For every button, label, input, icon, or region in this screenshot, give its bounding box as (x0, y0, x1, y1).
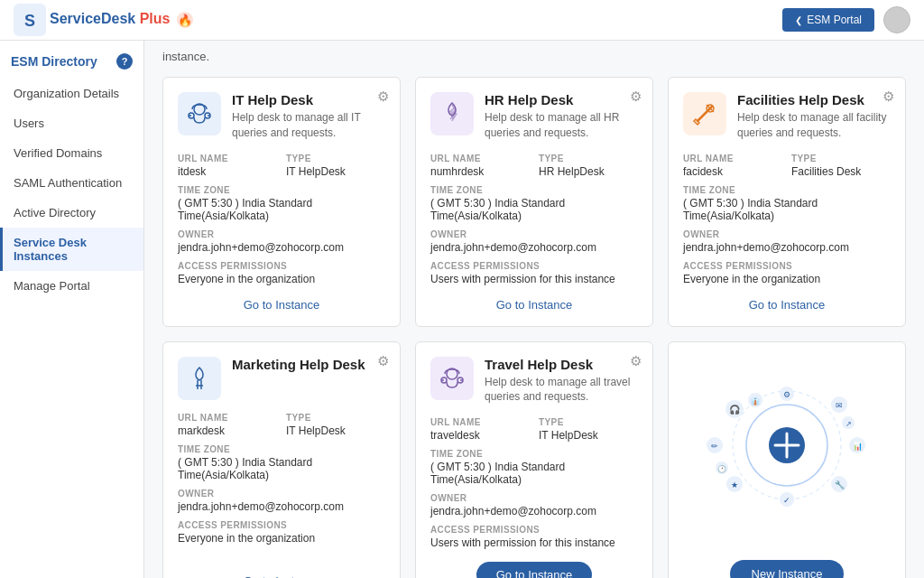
field-url-it: URL NAME itdesk (178, 154, 277, 178)
field-type-facilities: TYPE Facilities Desk (791, 154, 891, 178)
svg-text:🔥: 🔥 (178, 13, 193, 28)
card-title-area-facilities: Facilities Help Desk Help desk to manage… (737, 92, 891, 141)
card-fields-marketing: URL NAME markdesk TYPE IT HelpDesk TIME … (178, 413, 385, 545)
card-subtitle-facilities: Help desk to manage all facility queries… (737, 110, 891, 141)
sidebar-item-verified-domains[interactable]: Verified Domains (0, 138, 143, 168)
goto-link-hr[interactable]: Go to Instance (496, 298, 573, 312)
card-facilities-helpdesk: ⚙ Facilities Help Desk Help desk to mana… (668, 77, 906, 327)
card-icon-hr (430, 92, 474, 135)
card-header-travel: Travel Help Desk Help desk to manage all… (430, 357, 638, 406)
card-fields-hr: URL NAME numhrdesk TYPE HR HelpDesk TIME… (430, 154, 638, 285)
sidebar-item-manage-portal[interactable]: Manage Portal (0, 271, 143, 301)
field-owner-facilities: OWNER jendra.john+demo@zohocorp.com (683, 229, 891, 254)
svg-text:🕐: 🕐 (717, 464, 726, 473)
card-title-marketing: Marketing Help Desk (232, 357, 385, 372)
field-tz-marketing: TIME ZONE ( GMT 5:30 ) India Standard Ti… (178, 444, 385, 481)
main-layout: ESM Directory ? Organization Details Use… (0, 41, 924, 578)
card-title-area-hr: HR Help Desk Help desk to manage all HR … (485, 92, 638, 141)
card-icon-marketing (178, 357, 221, 400)
gear-button-marketing[interactable]: ⚙ (377, 353, 389, 369)
svg-text:✏: ✏ (711, 442, 718, 451)
logo-icon: S (14, 4, 46, 36)
goto-link-marketing[interactable]: Go to Instance (244, 574, 320, 578)
svg-text:🎧: 🎧 (729, 404, 741, 415)
field-access-travel: ACCESS PERMISSIONS Users with permission… (430, 525, 638, 549)
logo-text: ServiceDesk Plus 🔥 (50, 11, 194, 29)
sidebar-header: ESM Directory ? (0, 41, 143, 79)
card-fields-facilities: URL NAME facidesk TYPE Facilities Desk T… (683, 154, 891, 285)
svg-text:✉: ✉ (836, 401, 843, 410)
field-owner-marketing: OWNER jendra.john+demo@zohocorp.com (178, 489, 385, 513)
card-icon-travel (430, 357, 474, 400)
card-title-area-marketing: Marketing Help Desk (232, 357, 385, 375)
card-title-hr: HR Help Desk (485, 92, 638, 107)
card-header-it: IT Help Desk Help desk to manage all IT … (178, 92, 385, 141)
field-type-travel: TYPE IT HelpDesk (539, 417, 638, 442)
help-icon[interactable]: ? (116, 53, 133, 70)
card-footer-it: Go to Instance (178, 298, 385, 312)
card-title-facilities: Facilities Help Desk (737, 92, 891, 107)
card-icon-it (178, 92, 221, 135)
card-title-it: IT Help Desk (232, 92, 385, 107)
instance-note: instance. (162, 41, 906, 77)
card-fields-it: URL NAME itdesk TYPE IT HelpDesk TIME ZO… (178, 154, 385, 285)
card-header-facilities: Facilities Help Desk Help desk to manage… (683, 92, 891, 141)
sidebar-item-active-directory[interactable]: Active Directory (0, 198, 143, 228)
field-type-hr: TYPE HR HelpDesk (539, 154, 638, 178)
gear-button-hr[interactable]: ⚙ (630, 89, 642, 105)
field-owner-travel: OWNER jendra.john+demo@zohocorp.com (430, 493, 638, 517)
new-instance-button[interactable]: New Instance (730, 560, 845, 578)
card-title-area-it: IT Help Desk Help desk to manage all IT … (232, 92, 385, 141)
card-footer-hr: Go to Instance (430, 298, 638, 312)
app-logo: S ServiceDesk Plus 🔥 (14, 4, 194, 36)
gear-button-it[interactable]: ⚙ (377, 89, 389, 105)
card-icon-facilities (683, 92, 726, 135)
svg-text:↗: ↗ (845, 420, 852, 428)
field-tz-it: TIME ZONE ( GMT 5:30 ) India Standard Ti… (178, 185, 385, 222)
card-footer-marketing: Go to Instance (178, 574, 385, 578)
goto-link-it[interactable]: Go to Instance (244, 298, 320, 312)
card-marketing-helpdesk: ⚙ Marketing Help Desk (162, 341, 401, 578)
field-tz-facilities: TIME ZONE ( GMT 5:30 ) India Standard Ti… (683, 185, 891, 222)
svg-text:⚙: ⚙ (783, 390, 790, 399)
svg-text:✓: ✓ (783, 496, 790, 505)
app-header: S ServiceDesk Plus 🔥 ESM Portal (0, 0, 924, 41)
avatar[interactable] (883, 6, 910, 33)
field-tz-hr: TIME ZONE ( GMT 5:30 ) India Standard Ti… (430, 185, 638, 222)
card-fields-travel: URL NAME traveldesk TYPE IT HelpDesk TIM… (430, 417, 638, 549)
card-it-helpdesk: ⚙ IT Help Desk (162, 77, 401, 327)
sidebar-item-saml-auth[interactable]: SAML Authentication (0, 168, 143, 198)
field-tz-travel: TIME ZONE ( GMT 5:30 ) India Standard Ti… (430, 449, 638, 486)
sidebar-item-service-desk-instances[interactable]: Service Desk Instances (0, 228, 143, 271)
gear-button-travel[interactable]: ⚙ (630, 353, 642, 369)
sidebar-title: ESM Directory (11, 54, 97, 69)
field-url-marketing: URL NAME markdesk (178, 413, 277, 437)
new-instance-illustration: 🎧 ⚙ ✉ 📊 🔧 (669, 342, 905, 558)
sidebar-item-org-details[interactable]: Organization Details (0, 79, 143, 108)
card-title-travel: Travel Help Desk (485, 357, 638, 372)
field-owner-it: OWNER jendra.john+demo@zohocorp.com (178, 229, 385, 254)
field-access-it: ACCESS PERMISSIONS Everyone in the organ… (178, 261, 385, 285)
field-access-hr: ACCESS PERMISSIONS Users with permission… (430, 261, 638, 285)
svg-text:S: S (24, 12, 35, 30)
instances-grid: ⚙ IT Help Desk (162, 77, 906, 578)
svg-text:👔: 👔 (751, 396, 760, 406)
field-access-facilities: ACCESS PERMISSIONS Everyone in the organ… (683, 261, 891, 285)
card-header-marketing: Marketing Help Desk (178, 357, 385, 400)
goto-link-facilities[interactable]: Go to Instance (749, 298, 826, 312)
field-url-hr: URL NAME numhrdesk (430, 154, 530, 178)
new-instance-svg: 🎧 ⚙ ✉ 📊 🔧 (688, 378, 886, 522)
new-instance-card: 🎧 ⚙ ✉ 📊 🔧 (668, 341, 906, 578)
goto-button-travel[interactable]: Go to Instance (476, 562, 593, 578)
esm-portal-button[interactable]: ESM Portal (782, 8, 874, 32)
field-url-facilities: URL NAME facidesk (683, 154, 782, 178)
card-footer-travel: Go to Instance (430, 562, 638, 578)
card-footer-facilities: Go to Instance (683, 298, 891, 312)
svg-text:★: ★ (731, 480, 738, 489)
gear-button-facilities[interactable]: ⚙ (882, 89, 894, 105)
field-access-marketing: ACCESS PERMISSIONS Everyone in the organ… (178, 520, 385, 545)
card-travel-helpdesk: ⚙ Travel Help D (415, 341, 653, 578)
card-header-hr: HR Help Desk Help desk to manage all HR … (430, 92, 638, 141)
field-url-travel: URL NAME traveldesk (430, 417, 530, 442)
sidebar-item-users[interactable]: Users (0, 108, 143, 138)
